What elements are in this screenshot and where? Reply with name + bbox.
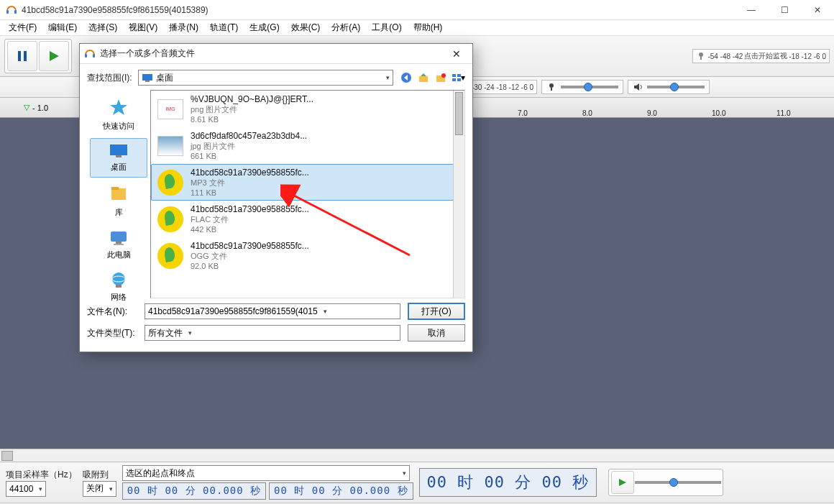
menu-view[interactable]: 视图(V) bbox=[123, 20, 163, 35]
svg-rect-15 bbox=[145, 81, 150, 82]
selection-start-time[interactable]: 00 时 00 分 00.000 秒 bbox=[122, 482, 266, 500]
svg-rect-12 bbox=[85, 54, 87, 58]
music-file-icon bbox=[157, 170, 183, 196]
menu-edit[interactable]: 编辑(E) bbox=[42, 20, 83, 35]
open-button[interactable]: 打开(O) bbox=[408, 303, 465, 320]
svg-rect-9 bbox=[551, 88, 552, 91]
close-button[interactable]: ✕ bbox=[801, 0, 834, 20]
menu-file[interactable]: 文件(F) bbox=[3, 20, 42, 35]
place-libraries[interactable]: 库 bbox=[90, 179, 147, 223]
svg-rect-27 bbox=[110, 145, 127, 155]
place-network[interactable]: 网络 bbox=[90, 267, 147, 308]
minimize-button[interactable]: — bbox=[735, 0, 768, 20]
menu-help[interactable]: 帮助(H) bbox=[408, 20, 449, 35]
rate-combo[interactable]: 44100▾ bbox=[6, 481, 46, 497]
mic-icon bbox=[546, 82, 556, 92]
back-button[interactable] bbox=[399, 70, 413, 85]
svg-rect-30 bbox=[111, 187, 119, 190]
svg-rect-28 bbox=[116, 155, 122, 157]
music-file-icon bbox=[157, 243, 183, 269]
filename-input[interactable]: 41bcd58c91a7390e958855fc9f861559(4015▾ bbox=[145, 303, 400, 319]
svg-marker-4 bbox=[50, 51, 59, 61]
place-thispc[interactable]: 此电脑 bbox=[90, 224, 147, 265]
menu-analyze[interactable]: 分析(A) bbox=[326, 20, 366, 35]
svg-point-34 bbox=[112, 272, 125, 285]
svg-rect-1 bbox=[14, 10, 17, 14]
window-titlebar: 41bcd58c91a7390e958855fc9f861559(4015389… bbox=[0, 0, 834, 20]
audio-position-time[interactable]: 00 时 00 分 00 秒 bbox=[419, 468, 597, 497]
mic-level-icon bbox=[696, 51, 706, 61]
menu-effect[interactable]: 效果(C) bbox=[285, 20, 326, 35]
lookin-label: 查找范围(I): bbox=[87, 72, 132, 84]
filetype-combo[interactable]: 所有文件▾ bbox=[145, 325, 400, 341]
menubar: 文件(F) 编辑(E) 选择(S) 视图(V) 播录(N) 轨道(T) 生成(G… bbox=[0, 20, 834, 36]
playback-speed-slider[interactable] bbox=[635, 481, 721, 484]
record-meter[interactable]: -54 -48 -42 点击开始监视 -18 -12 -6 0 bbox=[692, 49, 830, 63]
file-open-dialog: 选择一个或多个音频文件 ✕ 查找范围(I): 桌面▾ ▾ 快速访问 bbox=[79, 43, 473, 352]
svg-rect-14 bbox=[142, 74, 152, 81]
file-item[interactable]: 41bcd58c91a7390e958855fc... FLAC 文件 442 … bbox=[151, 201, 464, 237]
svg-rect-33 bbox=[114, 244, 124, 245]
cancel-button[interactable]: 取消 bbox=[408, 324, 465, 342]
places-bar: 快速访问 桌面 库 此电脑 网络 bbox=[87, 90, 150, 298]
svg-rect-0 bbox=[6, 10, 9, 14]
bottom-panel: 项目采样率（Hz） 44100▾ 吸附到 关闭▾ 选区的起点和终点▾ 00 时 … bbox=[0, 462, 834, 503]
app-icon bbox=[6, 4, 17, 16]
svg-rect-32 bbox=[116, 242, 122, 244]
svg-rect-36 bbox=[116, 285, 122, 288]
pin-icon[interactable]: ▽ bbox=[24, 103, 29, 112]
lookin-combo[interactable]: 桌面▾ bbox=[138, 70, 393, 86]
dialog-title-text: 选择一个或多个音频文件 bbox=[100, 47, 445, 60]
file-list-scrollbar[interactable] bbox=[453, 91, 464, 298]
snap-label: 吸附到 bbox=[83, 469, 116, 481]
horizontal-scrollbar[interactable] bbox=[0, 449, 834, 462]
filetype-label: 文件类型(T): bbox=[87, 327, 137, 339]
file-item[interactable]: 41bcd58c91a7390e958855fc... OGG 文件 92.0 … bbox=[151, 237, 464, 274]
svg-rect-18 bbox=[419, 76, 428, 82]
view-menu-button[interactable]: ▾ bbox=[451, 70, 465, 85]
svg-rect-29 bbox=[111, 188, 126, 200]
svg-rect-25 bbox=[457, 78, 461, 81]
dialog-close-button[interactable]: ✕ bbox=[445, 48, 468, 60]
file-item[interactable]: 41bcd58c91a7390e958855fc... MP3 文件 111 K… bbox=[151, 164, 464, 201]
svg-rect-24 bbox=[452, 78, 456, 81]
svg-marker-19 bbox=[421, 73, 426, 76]
desktop-icon bbox=[142, 73, 153, 82]
svg-marker-10 bbox=[634, 83, 639, 91]
svg-rect-3 bbox=[24, 51, 27, 61]
place-desktop[interactable]: 桌面 bbox=[90, 138, 147, 178]
music-file-icon bbox=[157, 206, 183, 232]
speaker-volume[interactable] bbox=[628, 80, 710, 94]
up-button[interactable] bbox=[416, 70, 431, 85]
svg-point-21 bbox=[441, 73, 446, 78]
file-list[interactable]: IMG %VJBUQN_9O~BA)J@{}]ERT... png 图片文件 8… bbox=[150, 90, 465, 298]
menu-tools[interactable]: 工具(O) bbox=[366, 20, 407, 35]
svg-marker-11 bbox=[619, 479, 626, 486]
file-item[interactable]: 3d6cf9daf80c457ea23b3db4... jpg 图片文件 661… bbox=[151, 127, 464, 164]
play-at-speed-button[interactable] bbox=[611, 471, 634, 494]
pause-button[interactable] bbox=[7, 41, 37, 71]
selection-end-time[interactable]: 00 时 00 分 00.000 秒 bbox=[269, 482, 413, 500]
svg-rect-31 bbox=[111, 232, 127, 242]
selection-mode-combo[interactable]: 选区的起点和终点▾ bbox=[122, 465, 410, 481]
menu-generate[interactable]: 生成(G) bbox=[244, 20, 285, 35]
play-button[interactable] bbox=[39, 41, 69, 71]
window-title: 41bcd58c91a7390e958855fc9f861559(4015389… bbox=[22, 5, 735, 15]
svg-marker-26 bbox=[110, 99, 127, 115]
speaker-icon bbox=[633, 82, 643, 92]
new-folder-button[interactable] bbox=[434, 70, 448, 85]
maximize-button[interactable]: ☐ bbox=[768, 0, 801, 20]
menu-transport[interactable]: 播录(N) bbox=[163, 20, 204, 35]
mic-volume[interactable] bbox=[541, 80, 623, 94]
menu-tracks[interactable]: 轨道(T) bbox=[204, 20, 244, 35]
file-item[interactable]: IMG %VJBUQN_9O~BA)J@{}]ERT... png 图片文件 8… bbox=[151, 91, 464, 127]
svg-rect-22 bbox=[452, 74, 456, 77]
svg-point-5 bbox=[699, 52, 703, 57]
svg-rect-13 bbox=[93, 54, 95, 58]
filename-label: 文件名(N): bbox=[87, 306, 137, 318]
rate-label: 项目采样率（Hz） bbox=[6, 469, 77, 481]
menu-select[interactable]: 选择(S) bbox=[83, 20, 123, 35]
place-quickaccess[interactable]: 快速访问 bbox=[90, 93, 147, 137]
snap-combo[interactable]: 关闭▾ bbox=[83, 481, 116, 497]
dialog-icon bbox=[84, 48, 96, 60]
